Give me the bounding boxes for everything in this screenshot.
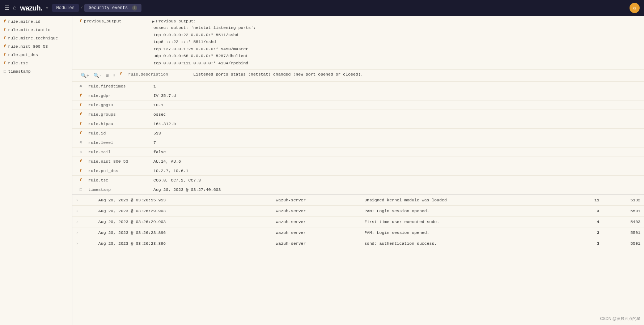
event-level: 3 bbox=[574, 206, 603, 217]
field-type-icon-f: f bbox=[4, 44, 6, 48]
event-level: 3 bbox=[574, 227, 603, 238]
rule-gpg13-row: f rule.gpg13 10.1 bbox=[72, 101, 644, 110]
field-type-icon-obj: □ bbox=[4, 69, 6, 74]
event-id: 5501 bbox=[603, 206, 644, 217]
rule-pci-dss-icon: f bbox=[80, 169, 87, 173]
rule-gdpr-row: f rule.gdpr IV_35.7.d bbox=[72, 91, 644, 101]
sidebar-item-rule-tsc[interactable]: f rule.tsc bbox=[0, 59, 72, 67]
event-expand-chevron[interactable]: › bbox=[72, 195, 95, 206]
detail-panel: f previous_output ▶ Previous output: oss… bbox=[72, 16, 644, 195]
security-events-info-icon[interactable]: i bbox=[132, 5, 137, 10]
event-agent: wazuh-server bbox=[272, 238, 361, 249]
rule-level-row: # rule.level 7 bbox=[72, 138, 644, 147]
sidebar-item-rule-mitre-id[interactable]: f rule.mitre.id bbox=[0, 17, 72, 26]
field-type-icon-f: f bbox=[4, 36, 6, 40]
toolbar-icons: 🔍+ 🔍- ⊞ ⬇ bbox=[80, 72, 116, 79]
event-expand-chevron[interactable]: › bbox=[72, 238, 95, 249]
app-dropdown-icon[interactable]: ▾ bbox=[46, 5, 48, 11]
event-time: Aug 20, 2023 @ 03:26:29.903 bbox=[95, 217, 272, 227]
menu-icon[interactable]: ☰ bbox=[4, 4, 9, 12]
rule-description-field-name: rule.description bbox=[128, 72, 193, 77]
event-row[interactable]: › Aug 20, 2023 @ 03:26:29.903 wazuh-serv… bbox=[72, 217, 644, 227]
sidebar-item-rule-mitre-technique[interactable]: f rule.mitre.technique bbox=[0, 34, 72, 42]
sidebar-item-label: rule.pci_dss bbox=[8, 52, 38, 57]
event-expand-chevron[interactable]: › bbox=[72, 206, 95, 217]
event-description: sshd: authentication success. bbox=[361, 238, 574, 249]
timestamp-row: □ timestamp Aug 20, 2023 @ 03:27:40.603 bbox=[72, 185, 644, 194]
topbar: ☰ ⌂ wazuh. ▾ Modules / Security events i… bbox=[0, 0, 644, 16]
grid-button[interactable]: ⊞ bbox=[105, 72, 110, 79]
main-layout: f rule.mitre.id f rule.mitre.tactic f ru… bbox=[0, 16, 644, 325]
prev-output-field-name-col: f previous_output bbox=[80, 19, 152, 67]
event-description: PAM: Login session opened. bbox=[361, 206, 574, 217]
event-agent: wazuh-server bbox=[272, 195, 361, 206]
rule-id-row: f rule.id 533 bbox=[72, 129, 644, 138]
home-icon[interactable]: ⌂ bbox=[13, 5, 17, 11]
zoom-out-button[interactable]: 🔍- bbox=[92, 72, 103, 79]
event-description: PAM: Login session opened. bbox=[361, 227, 574, 238]
event-row[interactable]: › Aug 20, 2023 @ 03:26:29.903 wazuh-serv… bbox=[72, 206, 644, 217]
download-button[interactable]: ⬇ bbox=[111, 72, 116, 79]
logo: wazuh. bbox=[20, 4, 42, 12]
user-avatar[interactable]: a bbox=[630, 3, 640, 13]
events-table: › Aug 20, 2023 @ 03:26:55.953 wazuh-serv… bbox=[72, 195, 644, 249]
prev-output-line-4: tcp 127.0.0.1:25 0.0.0.0:* 5450/master bbox=[153, 46, 256, 53]
rule-level-value: 7 bbox=[153, 140, 156, 145]
rule-gdpr-value: IV_35.7.d bbox=[153, 93, 176, 98]
rule-groups-name: rule.groups bbox=[88, 112, 153, 117]
rule-nist-name: rule.nist_800_53 bbox=[88, 159, 153, 164]
rule-id-value: 533 bbox=[153, 131, 161, 136]
watermark: CSDN @凌晨五点的星 bbox=[600, 316, 640, 321]
sidebar-item-rule-pci-dss[interactable]: f rule.pci_dss bbox=[0, 51, 72, 59]
event-row[interactable]: › Aug 20, 2023 @ 03:26:23.896 wazuh-serv… bbox=[72, 227, 644, 238]
event-level: 4 bbox=[574, 217, 603, 227]
zoom-in-button[interactable]: 🔍+ bbox=[80, 72, 90, 79]
breadcrumb: Modules / Security events i bbox=[52, 4, 142, 12]
prev-output-line-1: ossec: output: 'netstat listening ports'… bbox=[153, 24, 256, 31]
event-id: 5403 bbox=[603, 217, 644, 227]
event-id: 5132 bbox=[603, 195, 644, 206]
sidebar-item-rule-nist[interactable]: f rule.nist_800_53 bbox=[0, 42, 72, 51]
rule-gdpr-icon: f bbox=[80, 94, 87, 98]
field-type-icon-f: f bbox=[4, 61, 6, 65]
rule-gpg13-name: rule.gpg13 bbox=[88, 103, 153, 107]
rule-tsc-row: f rule.tsc CC6.8, CC7.2, CC7.3 bbox=[72, 176, 644, 185]
prev-output-value: ▶ Previous output: ossec: output: 'netst… bbox=[152, 19, 256, 67]
event-description: Unsigned kernel module was loaded bbox=[361, 195, 574, 206]
rule-gpg13-value: 10.1 bbox=[153, 103, 164, 107]
rule-firedtimes-name: rule.firedtimes bbox=[88, 84, 153, 89]
rule-tsc-icon: f bbox=[80, 178, 87, 182]
rule-groups-value: ossec bbox=[153, 112, 166, 117]
event-id: 5501 bbox=[603, 227, 644, 238]
rule-hipaa-name: rule.hipaa bbox=[88, 121, 153, 126]
event-expand-chevron[interactable]: › bbox=[72, 227, 95, 238]
sidebar-item-rule-mitre-tactic[interactable]: f rule.mitre.tactic bbox=[0, 26, 72, 34]
breadcrumb-separator: / bbox=[80, 5, 83, 10]
rule-firedtimes-row: # rule.firedtimes 1 bbox=[72, 82, 644, 91]
prev-output-label-text: Previous output: bbox=[156, 19, 196, 23]
event-row[interactable]: › Aug 20, 2023 @ 03:26:55.953 wazuh-serv… bbox=[72, 195, 644, 206]
breadcrumb-modules[interactable]: Modules bbox=[52, 4, 79, 12]
event-expand-chevron[interactable]: › bbox=[72, 217, 95, 227]
rule-tsc-value: CC6.8, CC7.2, CC7.3 bbox=[153, 178, 201, 183]
rule-tsc-name: rule.tsc bbox=[88, 178, 153, 183]
sidebar-item-timestamp[interactable]: □ timestamp bbox=[0, 67, 72, 76]
previous-output-row: f previous_output ▶ Previous output: oss… bbox=[72, 16, 644, 70]
prev-output-arrow-icon: ▶ bbox=[152, 19, 154, 24]
rule-mail-value: false bbox=[153, 150, 166, 154]
rule-mail-icon: ○ bbox=[80, 150, 87, 154]
event-time: Aug 20, 2023 @ 03:26:23.896 bbox=[95, 238, 272, 249]
sidebar: f rule.mitre.id f rule.mitre.tactic f ru… bbox=[0, 16, 72, 325]
sidebar-item-label: rule.mitre.id bbox=[8, 19, 41, 24]
rule-description-row: 🔍+ 🔍- ⊞ ⬇ f rule.description Listened po… bbox=[72, 70, 644, 82]
event-agent: wazuh-server bbox=[272, 227, 361, 238]
rule-nist-row: f rule.nist_800_53 AU.14, AU.6 bbox=[72, 157, 644, 166]
timestamp-icon: □ bbox=[80, 188, 87, 192]
sidebar-item-label: rule.mitre.technique bbox=[8, 36, 58, 40]
field-type-icon-f: f bbox=[4, 20, 6, 23]
event-row[interactable]: › Aug 20, 2023 @ 03:26:23.896 wazuh-serv… bbox=[72, 238, 644, 249]
rule-firedtimes-value: 1 bbox=[153, 84, 156, 89]
rule-level-name: rule.level bbox=[88, 140, 153, 145]
breadcrumb-security-events[interactable]: Security events i bbox=[84, 4, 141, 12]
rule-pci-dss-value: 10.2.7, 10.6.1 bbox=[153, 168, 188, 173]
